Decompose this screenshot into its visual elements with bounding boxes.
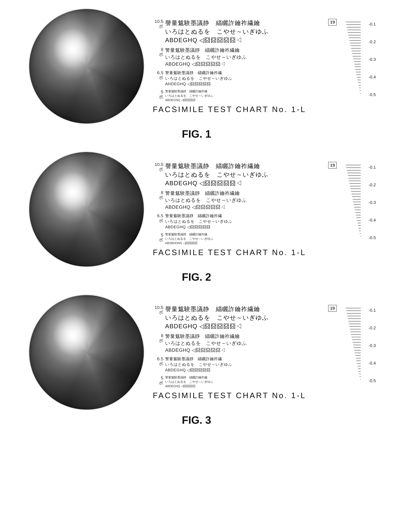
svg-rect-63	[349, 326, 361, 327]
wedge-label-0: -0.1	[368, 22, 376, 27]
chart-line-1-0: 警量魃験墨議靜 緇矖詐鑰祚繊鑰	[165, 47, 247, 54]
chart-line-0-0: 謦量魃験墨議静 緇矖詐鑰祚繊鑰	[165, 305, 269, 313]
svg-rect-29	[346, 167, 361, 168]
svg-rect-74	[355, 355, 361, 356]
wedge-svg	[346, 165, 364, 240]
chart-text-lines-0: 謦量魃験墨議静 緇矖詐鑰祚繊鑰いろはとぬるを こやせ～いぎゆふABDEGHQ ◁…	[165, 162, 269, 187]
svg-rect-43	[354, 204, 361, 205]
chart-row-2: 6.5 ポ警量魃験墨議靜 緇矖詐鑰祚繊いろはとぬるを こやせ～いぎゆふABDEG…	[153, 213, 331, 230]
fig-caption-fig2: FIG. 2	[182, 271, 211, 283]
disc-container-fig1	[29, 9, 144, 123]
svg-rect-60	[348, 319, 361, 319]
figure-content-fig3: 1910.5 ポ謦量魃験墨議静 緇矖詐鑰祚繊鑰いろはとぬるを こやせ～いぎゆふA…	[6, 295, 387, 410]
chart-text-lines-2: 警量魃験墨議靜 緇矖詐鑰祚繊いろはとぬるを こやせ～いぎゆふAHDEGHQ ◁囧…	[165, 70, 232, 87]
chart-line-1-1: いろはとぬるを こやせ～いぎゆふ	[165, 197, 247, 203]
chart-row-3: 5 ポ警量魃験墨議靜 緇矖詐鑰祚繊いろはとぬるを こやせ～いぎゆふABDEGNQ…	[153, 89, 331, 102]
svg-rect-67	[352, 337, 361, 337]
chart-row-3: 5 ポ警量魃験墨議靜 緇矖詐鑰祚繊いろはとぬるを こやせ～いぎゆふABDEGHQ…	[153, 375, 331, 388]
svg-rect-6	[349, 38, 361, 38]
chart-panel-fig2: 1910.5 ポ謦量魃験墨議静 緇矖詐鑰祚繊鑰いろはとぬるを こやせ～いぎゆふA…	[153, 162, 364, 257]
wedge-label-1: -0.2	[368, 39, 376, 44]
svg-rect-65	[350, 332, 361, 332]
chart-panel-fig3: 1910.5 ポ謦量魃験墨議静 緇矖詐鑰祚繊鑰いろはとぬるを こやせ～いぎゆふA…	[153, 305, 364, 400]
svg-rect-82	[359, 377, 361, 377]
svg-rect-68	[352, 339, 361, 340]
svg-rect-1	[346, 24, 361, 25]
chart-inner: 10.5 ポ謦量魃験墨議静 緇矖詐鑰祚繊鑰いろはとぬるを こやせ～いぎゆふABD…	[153, 19, 364, 102]
chart-line-3-0: 警量魃験墨議靜 緇矖詐鑰祚繊	[165, 89, 213, 93]
svg-rect-47	[356, 215, 361, 215]
chart-bottom-label: FACSIMILE TEST CHART No. 1-L	[153, 391, 364, 400]
svg-rect-11	[352, 51, 361, 51]
svg-rect-9	[350, 45, 361, 46]
svg-rect-54	[359, 233, 361, 234]
wedge-container: -0.1-0.2-0.3-0.4-0.5	[334, 308, 364, 383]
chart-text-lines-2: 警量魃験墨議靜 緇矖詐鑰祚繊いろはとぬるを こやせ～いぎゆふABDEGHQ ◁囧…	[165, 213, 232, 230]
point-label-1: 8 ポ	[153, 190, 163, 200]
wedge-label-4: -0.5	[368, 235, 376, 240]
fig-caption-fig1: FIG. 1	[182, 128, 211, 140]
svg-rect-5	[349, 35, 361, 35]
lens-disc-fig1	[29, 9, 144, 123]
chart-line-2-2: ABDEGHQ ◁囧囧囧囧囧	[165, 368, 232, 373]
chart-text-lines-3: 警量魃験墨議靜 緇矖詐鑰祚繊いろはとぬるを こやせ～いぎゆふABDEGHQ ◁囧…	[165, 375, 213, 388]
chart-line-2-0: 警量魃験墨議靜 緇矖詐鑰祚繊	[165, 356, 232, 362]
lens-disc-fig3	[29, 295, 144, 410]
point-label-2: 6.5 ポ	[153, 356, 163, 366]
wedge-label-0: -0.1	[368, 308, 376, 313]
figure-block-fig1: 1910.5 ポ謦量魃験墨議静 緇矖詐鑰祚繊鑰いろはとぬるを こやせ～いぎゆふA…	[6, 9, 387, 140]
svg-rect-10	[351, 48, 361, 48]
svg-rect-55	[360, 236, 361, 236]
chart-line-0-1: いろはとぬるを こやせ～いぎゆふ	[165, 170, 269, 179]
svg-rect-32	[348, 175, 361, 176]
chart-line-3-2: ABDEGHQ ◁囧囧囧囧	[165, 384, 213, 388]
point-label-0: 10.5 ポ	[153, 162, 163, 172]
chart-line-0-2: ABDEGHQ ◁囧囧囧囧囧◁	[165, 322, 269, 330]
chart-text-lines-1: 警量魃験墨議靜 緇矖詐鑰祚繊鑰いろはとぬるを こやせ～いぎゆふABDEGHQ ◁…	[165, 190, 247, 211]
chart-inner: 10.5 ポ謦量魃験墨議静 緇矖詐鑰祚繊鑰いろはとぬるを こやせ～いぎゆふABD…	[153, 305, 364, 388]
wedge-label-4: -0.5	[368, 92, 376, 97]
svg-rect-13	[353, 56, 361, 56]
svg-rect-50	[358, 223, 361, 223]
svg-rect-64	[350, 329, 361, 329]
chart-bottom-label: FACSIMILE TEST CHART No. 1-L	[153, 105, 364, 114]
figure-block-fig2: 1910.5 ポ謦量魃験墨議静 緇矖詐鑰祚繊鑰いろはとぬるを こやせ～いぎゆふA…	[6, 152, 387, 283]
svg-rect-58	[347, 313, 361, 314]
chart-row-1: 8 ポ警量魃験墨議靜 緇矖詐鑰祚繊鑰いろはとぬるを こやせ～いぎゆふABDEGH…	[153, 333, 331, 353]
svg-rect-51	[358, 225, 361, 226]
chart-line-0-1: いろはとぬるを こやせ～いぎゆふ	[165, 314, 269, 322]
svg-rect-31	[347, 173, 361, 173]
svg-rect-56	[346, 308, 361, 308]
svg-rect-78	[358, 366, 361, 366]
svg-rect-79	[358, 368, 361, 369]
svg-rect-4	[348, 32, 361, 33]
chart-line-2-0: 警量魃験墨議靜 緇矖詐鑰祚繊	[165, 70, 232, 75]
wedge-container: -0.1-0.2-0.3-0.4-0.5	[334, 165, 364, 240]
svg-rect-71	[354, 347, 361, 348]
chart-line-0-0: 謦量魃験墨議静 緇矖詐鑰祚繊鑰	[165, 162, 269, 170]
chart-line-3-0: 警量魃験墨議靜 緇矖詐鑰祚繊	[165, 232, 213, 237]
svg-rect-83	[360, 379, 361, 379]
svg-rect-37	[350, 189, 361, 189]
fig-caption-fig3: FIG. 3	[182, 414, 211, 426]
chart-line-3-1: いろはとぬるを こやせ～いぎゆふ	[165, 237, 213, 241]
chart-line-3-0: 警量魃験墨議靜 緇矖詐鑰祚繊	[165, 375, 213, 379]
chart-line-0-2: ABDEGHQ ◁囧囧囧囧囧◁	[165, 36, 269, 44]
chart-line-1-0: 警量魃験墨議靜 緇矖詐鑰祚繊鑰	[165, 333, 247, 340]
svg-rect-19	[356, 72, 361, 72]
wedge-labels: -0.1-0.2-0.3-0.4-0.5	[368, 308, 376, 383]
svg-rect-48	[356, 218, 361, 218]
chart-row-0: 10.5 ポ謦量魃験墨議静 緇矖詐鑰祚繊鑰いろはとぬるを こやせ～いぎゆふABD…	[153, 162, 331, 187]
svg-rect-70	[353, 345, 361, 345]
svg-rect-75	[356, 358, 361, 358]
svg-rect-14	[353, 59, 361, 59]
svg-rect-17	[355, 67, 361, 67]
figure-content-fig1: 1910.5 ポ謦量魃験墨議静 緇矖詐鑰祚繊鑰いろはとぬるを こやせ～いぎゆふA…	[6, 9, 387, 123]
chart-row-2: 6.5 ポ警量魃験墨議靜 緇矖詐鑰祚繊いろはとぬるを こやせ～いぎゆふABDEG…	[153, 356, 331, 373]
svg-rect-59	[347, 316, 361, 316]
svg-rect-12	[352, 53, 361, 54]
wedge-labels: -0.1-0.2-0.3-0.4-0.5	[368, 22, 376, 97]
point-label-2: 6.5 ポ	[153, 213, 163, 223]
chart-line-0-1: いろはとぬるを こやせ～いぎゆふ	[165, 27, 269, 36]
chart-line-1-2: ABDEGHQ ◁囧囧囧囧囧◁	[165, 204, 247, 211]
